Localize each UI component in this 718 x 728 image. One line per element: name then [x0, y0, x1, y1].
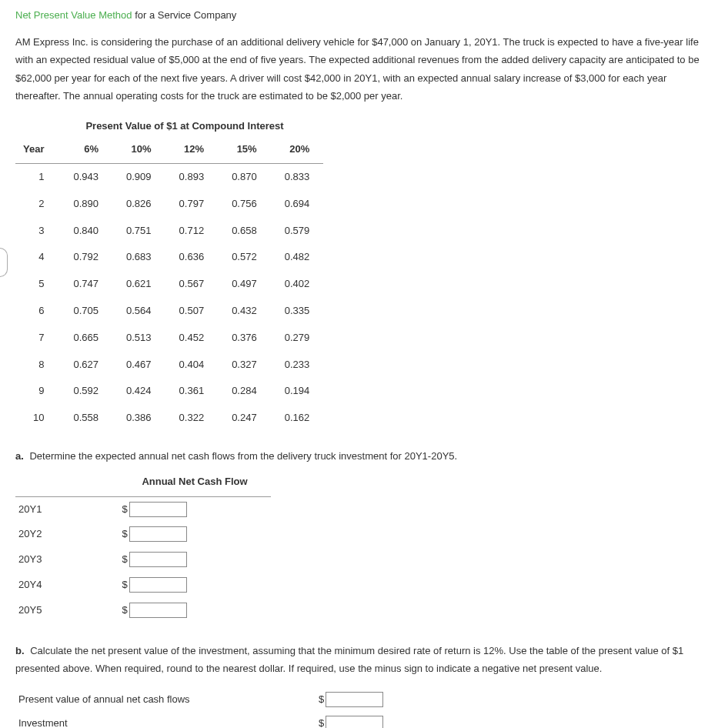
text-a: Determine the expected annual net cash f…	[29, 450, 457, 462]
pv-cell: 0.482	[271, 244, 324, 271]
table-row: 30.8400.7510.7120.6580.579	[15, 218, 323, 245]
dollar-sign: $	[122, 503, 127, 515]
pv-cell: 0.424	[112, 378, 165, 405]
table-row: 20Y5$	[15, 598, 271, 623]
table-row: 80.6270.4670.4040.3270.233	[15, 352, 323, 379]
input-cell: $	[119, 522, 270, 547]
pv-cell: 7	[15, 325, 59, 352]
pv-cell: 0.513	[112, 325, 165, 352]
pv-cell: 4	[15, 244, 59, 271]
pv-cell: 0.567	[165, 271, 219, 298]
pv-cell: 0.386	[112, 405, 165, 432]
year-cell: 20Y1	[15, 496, 119, 522]
pv-cell: 0.507	[165, 298, 219, 325]
pv-cell: 0.909	[112, 163, 165, 190]
table-row: 20Y4$	[15, 573, 271, 598]
input-cell: $	[119, 598, 270, 623]
pv-cell: 6	[15, 298, 59, 325]
pv-cell: 0.592	[59, 378, 112, 405]
pv-table: Year6%10%12%15%20% 10.9430.9090.8930.870…	[15, 136, 323, 432]
pv-cell: 0.694	[271, 191, 324, 218]
input-cell: $	[316, 712, 386, 728]
pv-cell: 0.890	[59, 191, 112, 218]
npv-label-cell: Investment	[15, 712, 316, 728]
pv-cell: 0.361	[165, 378, 219, 405]
pv-cell: 0.840	[59, 218, 112, 245]
question-b: b. Calculate the net present value of th…	[15, 642, 703, 678]
pv-cell: 0.247	[218, 405, 271, 432]
pv-cell: 0.705	[59, 298, 112, 325]
pv-cell: 0.636	[165, 244, 219, 271]
nav-handle-left[interactable]	[0, 248, 8, 277]
input-cell: $	[316, 688, 386, 712]
pv-cell: 3	[15, 218, 59, 245]
year-cell: 20Y5	[15, 598, 119, 623]
table-row: 50.7470.6210.5670.4970.402	[15, 271, 323, 298]
pv-cell: 0.870	[218, 163, 271, 190]
cashflow-input[interactable]	[129, 577, 187, 593]
pv-cell: 0.194	[271, 378, 324, 405]
pv-cell: 2	[15, 191, 59, 218]
pv-cell: 0.621	[112, 271, 165, 298]
table-row: Present value of annual net cash flows$	[15, 688, 386, 712]
pv-cell: 0.279	[271, 325, 324, 352]
pv-cell: 0.747	[59, 271, 112, 298]
cashflow-input[interactable]	[129, 502, 187, 517]
pv-cell: 0.322	[165, 405, 219, 432]
cashflow-input[interactable]	[129, 552, 187, 567]
pv-cell: 0.452	[165, 325, 219, 352]
cashflow-input[interactable]	[129, 526, 187, 542]
pv-cell: 0.572	[218, 244, 271, 271]
dollar-sign: $	[122, 604, 127, 616]
pv-col-header: 20%	[271, 136, 324, 163]
pv-cell: 0.712	[165, 218, 219, 245]
year-cell: 20Y3	[15, 547, 119, 573]
text-b: Calculate the net present value of the i…	[15, 645, 683, 674]
pv-cell: 0.284	[218, 378, 271, 405]
pv-cell: 0.497	[218, 271, 271, 298]
npv-table: Present value of annual net cash flows$I…	[15, 688, 386, 728]
npv-label-cell: Present value of annual net cash flows	[15, 688, 316, 712]
pv-cell: 0.467	[112, 352, 165, 379]
input-cell: $	[119, 547, 270, 573]
pv-cell: 0.558	[59, 405, 112, 432]
pv-cell: 0.943	[59, 163, 112, 190]
label-a: a.	[15, 450, 24, 462]
dollar-sign: $	[319, 693, 324, 705]
title-link[interactable]: Net Present Value Method	[15, 9, 132, 21]
table-row: 20Y3$	[15, 547, 271, 573]
npv-input[interactable]	[326, 716, 383, 728]
year-cell: 20Y2	[15, 522, 119, 547]
pv-cell: 0.579	[271, 218, 324, 245]
cashflow-input[interactable]	[129, 603, 187, 618]
pv-cell: 0.404	[165, 352, 219, 379]
pv-table-title: Present Value of $1 at Compound Interest	[15, 119, 354, 135]
table-row: 100.5580.3860.3220.2470.162	[15, 405, 323, 432]
pv-cell: 1	[15, 163, 59, 190]
pv-cell: 8	[15, 352, 59, 379]
dollar-sign: $	[122, 528, 127, 539]
pv-cell: 5	[15, 271, 59, 298]
pv-cell: 0.162	[271, 405, 324, 432]
table-row: 10.9430.9090.8930.8700.833	[15, 163, 323, 190]
table-row: 40.7920.6830.6360.5720.482	[15, 244, 323, 271]
table-row: 20Y2$	[15, 522, 271, 547]
pv-cell: 0.756	[218, 191, 271, 218]
pv-cell: 0.658	[218, 218, 271, 245]
pv-cell: 0.833	[271, 163, 324, 190]
pv-cell: 0.327	[218, 352, 271, 379]
cashflow-table: Annual Net Cash Flow 20Y1$20Y2$20Y3$20Y4…	[15, 468, 271, 623]
pv-col-header: 12%	[165, 136, 219, 163]
pv-cell: 0.665	[59, 325, 112, 352]
pv-cell: 0.683	[112, 244, 165, 271]
table-row: 20Y1$	[15, 496, 271, 522]
npv-input[interactable]	[326, 692, 383, 707]
pv-cell: 0.376	[218, 325, 271, 352]
pv-col-header: 6%	[59, 136, 112, 163]
pv-col-header: 15%	[218, 136, 271, 163]
table-row: 20.8900.8260.7970.7560.694	[15, 191, 323, 218]
dollar-sign: $	[122, 579, 127, 590]
label-b: b.	[15, 645, 25, 656]
pv-cell: 0.826	[112, 191, 165, 218]
pv-cell: 0.893	[165, 163, 219, 190]
